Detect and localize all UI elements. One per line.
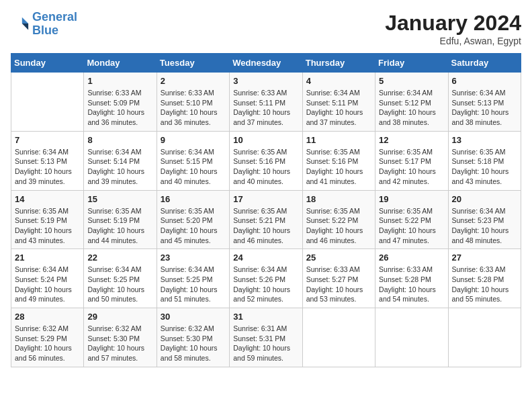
- day-info: Sunrise: 6:35 AMSunset: 5:18 PMDaylight:…: [452, 147, 517, 187]
- calendar-cell: [302, 308, 375, 367]
- calendar-cell: 19Sunrise: 6:35 AMSunset: 5:22 PMDayligh…: [375, 190, 448, 249]
- day-info: Sunrise: 6:35 AMSunset: 5:21 PMDaylight:…: [233, 206, 298, 246]
- calendar-cell: 1Sunrise: 6:33 AMSunset: 5:09 PMDaylight…: [84, 73, 157, 132]
- day-number: 13: [452, 135, 517, 145]
- day-number: 12: [379, 135, 444, 145]
- logo: General Blue: [11, 11, 77, 38]
- calendar-cell: 10Sunrise: 6:35 AMSunset: 5:16 PMDayligh…: [230, 131, 302, 190]
- day-info: Sunrise: 6:35 AMSunset: 5:22 PMDaylight:…: [306, 206, 371, 246]
- calendar-cell: 21Sunrise: 6:34 AMSunset: 5:24 PMDayligh…: [11, 249, 84, 308]
- calendar-cell: 8Sunrise: 6:34 AMSunset: 5:14 PMDaylight…: [84, 131, 157, 190]
- day-number: 3: [233, 76, 298, 86]
- day-number: 9: [161, 135, 226, 145]
- day-info: Sunrise: 6:34 AMSunset: 5:15 PMDaylight:…: [161, 147, 226, 187]
- day-number: 22: [87, 253, 152, 263]
- calendar-cell: 16Sunrise: 6:35 AMSunset: 5:20 PMDayligh…: [157, 190, 229, 249]
- calendar-cell: 26Sunrise: 6:33 AMSunset: 5:28 PMDayligh…: [375, 249, 448, 308]
- day-number: 27: [452, 253, 517, 263]
- day-number: 4: [306, 76, 371, 86]
- calendar-cell: 24Sunrise: 6:34 AMSunset: 5:26 PMDayligh…: [230, 249, 302, 308]
- calendar-cell: 7Sunrise: 6:34 AMSunset: 5:13 PMDaylight…: [11, 131, 84, 190]
- day-info: Sunrise: 6:34 AMSunset: 5:11 PMDaylight:…: [306, 88, 371, 128]
- calendar-cell: 17Sunrise: 6:35 AMSunset: 5:21 PMDayligh…: [230, 190, 302, 249]
- day-info: Sunrise: 6:35 AMSunset: 5:22 PMDaylight:…: [379, 206, 444, 246]
- day-info: Sunrise: 6:32 AMSunset: 5:30 PMDaylight:…: [87, 324, 152, 363]
- location: Edfu, Aswan, Egypt: [385, 36, 521, 46]
- day-info: Sunrise: 6:35 AMSunset: 5:19 PMDaylight:…: [15, 206, 80, 246]
- svg-marker-0: [22, 17, 28, 24]
- calendar-cell: 30Sunrise: 6:32 AMSunset: 5:30 PMDayligh…: [157, 308, 229, 367]
- month-title: January 2024: [385, 11, 521, 36]
- calendar-cell: [448, 308, 521, 367]
- logo-text: General Blue: [32, 11, 77, 38]
- day-number: 15: [87, 194, 152, 204]
- day-info: Sunrise: 6:34 AMSunset: 5:13 PMDaylight:…: [452, 88, 517, 128]
- page-header: General Blue January 2024 Edfu, Aswan, E…: [11, 11, 521, 46]
- day-number: 21: [15, 253, 80, 263]
- day-number: 24: [233, 253, 298, 263]
- calendar-cell: 14Sunrise: 6:35 AMSunset: 5:19 PMDayligh…: [11, 190, 84, 249]
- column-header-thursday: Thursday: [302, 54, 375, 73]
- day-number: 10: [233, 135, 298, 145]
- calendar-cell: 28Sunrise: 6:32 AMSunset: 5:29 PMDayligh…: [11, 308, 84, 367]
- column-header-monday: Monday: [84, 54, 157, 73]
- day-info: Sunrise: 6:33 AMSunset: 5:28 PMDaylight:…: [452, 265, 517, 304]
- day-number: 31: [233, 312, 298, 322]
- calendar-cell: 9Sunrise: 6:34 AMSunset: 5:15 PMDaylight…: [157, 131, 229, 190]
- day-info: Sunrise: 6:33 AMSunset: 5:28 PMDaylight:…: [379, 265, 444, 304]
- day-info: Sunrise: 6:32 AMSunset: 5:29 PMDaylight:…: [15, 324, 80, 363]
- day-number: 2: [161, 76, 226, 86]
- calendar-header-row: SundayMondayTuesdayWednesdayThursdayFrid…: [11, 54, 521, 73]
- column-header-saturday: Saturday: [448, 54, 521, 73]
- day-info: Sunrise: 6:34 AMSunset: 5:23 PMDaylight:…: [452, 206, 517, 246]
- day-number: 26: [379, 253, 444, 263]
- calendar-cell: 11Sunrise: 6:35 AMSunset: 5:16 PMDayligh…: [302, 131, 375, 190]
- day-number: 7: [15, 135, 80, 145]
- calendar-week-row: 28Sunrise: 6:32 AMSunset: 5:29 PMDayligh…: [11, 308, 521, 367]
- calendar-cell: 13Sunrise: 6:35 AMSunset: 5:18 PMDayligh…: [448, 131, 521, 190]
- title-block: January 2024 Edfu, Aswan, Egypt: [385, 11, 521, 46]
- day-number: 8: [87, 135, 152, 145]
- day-info: Sunrise: 6:33 AMSunset: 5:10 PMDaylight:…: [161, 88, 226, 128]
- logo-icon: [11, 15, 30, 34]
- day-number: 6: [452, 76, 517, 86]
- calendar-week-row: 7Sunrise: 6:34 AMSunset: 5:13 PMDaylight…: [11, 131, 521, 190]
- calendar-cell: 4Sunrise: 6:34 AMSunset: 5:11 PMDaylight…: [302, 73, 375, 132]
- column-header-tuesday: Tuesday: [157, 54, 229, 73]
- day-info: Sunrise: 6:34 AMSunset: 5:25 PMDaylight:…: [87, 265, 152, 304]
- calendar-cell: 22Sunrise: 6:34 AMSunset: 5:25 PMDayligh…: [84, 249, 157, 308]
- day-info: Sunrise: 6:33 AMSunset: 5:09 PMDaylight:…: [87, 88, 152, 128]
- day-info: Sunrise: 6:33 AMSunset: 5:11 PMDaylight:…: [233, 88, 298, 128]
- calendar-table: SundayMondayTuesdayWednesdayThursdayFrid…: [11, 53, 521, 367]
- calendar-cell: 15Sunrise: 6:35 AMSunset: 5:19 PMDayligh…: [84, 190, 157, 249]
- calendar-cell: 18Sunrise: 6:35 AMSunset: 5:22 PMDayligh…: [302, 190, 375, 249]
- calendar-cell: 23Sunrise: 6:34 AMSunset: 5:25 PMDayligh…: [157, 249, 229, 308]
- calendar-cell: 27Sunrise: 6:33 AMSunset: 5:28 PMDayligh…: [448, 249, 521, 308]
- day-info: Sunrise: 6:35 AMSunset: 5:17 PMDaylight:…: [379, 147, 444, 187]
- day-info: Sunrise: 6:34 AMSunset: 5:13 PMDaylight:…: [15, 147, 80, 187]
- day-info: Sunrise: 6:32 AMSunset: 5:30 PMDaylight:…: [161, 324, 226, 363]
- day-number: 16: [161, 194, 226, 204]
- day-info: Sunrise: 6:35 AMSunset: 5:16 PMDaylight:…: [233, 147, 298, 187]
- day-number: 28: [15, 312, 80, 322]
- day-info: Sunrise: 6:34 AMSunset: 5:14 PMDaylight:…: [87, 147, 152, 187]
- day-number: 30: [161, 312, 226, 322]
- day-info: Sunrise: 6:35 AMSunset: 5:16 PMDaylight:…: [306, 147, 371, 187]
- day-info: Sunrise: 6:34 AMSunset: 5:26 PMDaylight:…: [233, 265, 298, 304]
- day-info: Sunrise: 6:31 AMSunset: 5:31 PMDaylight:…: [233, 324, 298, 363]
- calendar-cell: 20Sunrise: 6:34 AMSunset: 5:23 PMDayligh…: [448, 190, 521, 249]
- day-number: 19: [379, 194, 444, 204]
- day-number: 5: [379, 76, 444, 86]
- calendar-week-row: 21Sunrise: 6:34 AMSunset: 5:24 PMDayligh…: [11, 249, 521, 308]
- calendar-cell: [375, 308, 448, 367]
- svg-marker-1: [22, 24, 28, 30]
- day-number: 23: [161, 253, 226, 263]
- calendar-week-row: 1Sunrise: 6:33 AMSunset: 5:09 PMDaylight…: [11, 73, 521, 132]
- calendar-cell: 6Sunrise: 6:34 AMSunset: 5:13 PMDaylight…: [448, 73, 521, 132]
- day-info: Sunrise: 6:35 AMSunset: 5:19 PMDaylight:…: [87, 206, 152, 246]
- day-number: 20: [452, 194, 517, 204]
- day-number: 25: [306, 253, 371, 263]
- column-header-friday: Friday: [375, 54, 448, 73]
- day-info: Sunrise: 6:34 AMSunset: 5:12 PMDaylight:…: [379, 88, 444, 128]
- day-number: 29: [87, 312, 152, 322]
